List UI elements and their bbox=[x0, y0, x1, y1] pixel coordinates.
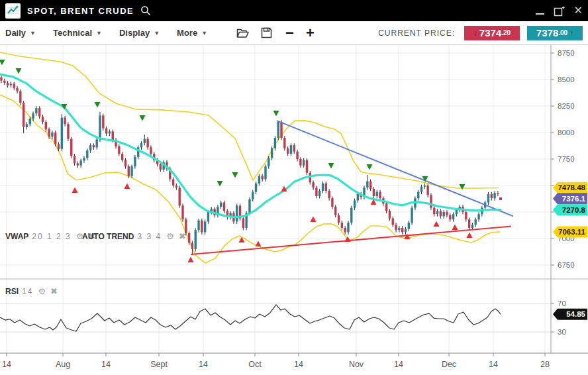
sell-signal-icon bbox=[328, 163, 334, 169]
candle bbox=[277, 122, 279, 138]
y-axis-label: 8000 bbox=[558, 129, 575, 136]
chevron-down-icon: ▼ bbox=[154, 30, 160, 36]
candle bbox=[408, 223, 410, 229]
minimize-icon[interactable] bbox=[536, 7, 544, 15]
chart-canvas[interactable]: 8750850082508000775075007250700067507030… bbox=[0, 45, 588, 375]
candle bbox=[124, 160, 126, 167]
ask-price-int: 7378 bbox=[536, 27, 558, 38]
close-icon[interactable]: ✖ bbox=[50, 286, 58, 296]
zoom-in-button[interactable]: + bbox=[306, 25, 315, 42]
candle bbox=[79, 160, 81, 165]
candle bbox=[411, 208, 413, 223]
candle bbox=[191, 242, 193, 249]
close-icon[interactable]: ✖ bbox=[179, 231, 186, 241]
candle bbox=[0, 78, 2, 81]
candle bbox=[109, 131, 111, 133]
buy-signal-icon bbox=[239, 237, 245, 242]
candle bbox=[236, 205, 238, 221]
candle bbox=[197, 221, 199, 230]
candle bbox=[121, 154, 123, 160]
candle bbox=[89, 145, 91, 150]
menu-display[interactable]: Display ▼ bbox=[119, 28, 160, 38]
x-axis-label: 14 bbox=[394, 360, 403, 369]
candle bbox=[477, 214, 479, 219]
price-axis-badge-text: 7478.48 bbox=[558, 184, 585, 191]
price-axis-badge-text: 7063.11 bbox=[558, 228, 586, 236]
candle bbox=[144, 139, 146, 143]
candle bbox=[354, 200, 356, 207]
chart-area: 8750850082508000775075007250700067507030… bbox=[0, 45, 588, 375]
candle bbox=[35, 108, 37, 113]
menu-more[interactable]: More ▼ bbox=[177, 28, 207, 38]
candle bbox=[42, 117, 44, 122]
candle bbox=[347, 223, 349, 232]
candle bbox=[452, 214, 454, 219]
x-axis-label: 14 bbox=[489, 360, 498, 369]
save-icon[interactable] bbox=[261, 27, 272, 38]
title-bar: SPOT, BRENT CRUDE ✕ bbox=[0, 0, 588, 21]
menu-daily[interactable]: Daily ▼ bbox=[5, 28, 36, 38]
sell-signal-icon bbox=[16, 68, 22, 74]
candle bbox=[315, 188, 317, 196]
candle bbox=[178, 188, 180, 205]
candle bbox=[67, 124, 69, 138]
candle bbox=[204, 221, 206, 232]
price-axis-badge-text: 7270.8 bbox=[562, 206, 586, 214]
chevron-down-icon: ▼ bbox=[201, 30, 207, 36]
candle bbox=[99, 115, 101, 139]
candle bbox=[398, 228, 400, 230]
bid-price-badge: ↓ 7374.20 bbox=[464, 26, 520, 40]
sell-signal-icon bbox=[95, 102, 101, 108]
candle bbox=[341, 223, 343, 228]
candle bbox=[405, 229, 407, 233]
candle bbox=[299, 159, 301, 166]
candle bbox=[54, 133, 56, 144]
menu-display-label: Display bbox=[119, 28, 150, 38]
vwap-params: 20 1 2 3 bbox=[32, 232, 71, 241]
candle bbox=[13, 83, 15, 87]
candle bbox=[32, 113, 34, 119]
toolbar: Daily ▼ Technical ▼ Display ▼ More ▼ bbox=[0, 21, 588, 45]
x-axis-label: 14 bbox=[2, 360, 11, 369]
trendline-resistance bbox=[277, 121, 513, 216]
gear-icon[interactable]: ⚙ bbox=[38, 286, 46, 296]
candle bbox=[468, 219, 470, 228]
candle bbox=[338, 215, 340, 223]
candle bbox=[389, 211, 391, 218]
menu-more-label: More bbox=[177, 28, 197, 38]
buy-signal-icon bbox=[452, 225, 458, 231]
candle bbox=[268, 158, 270, 166]
bid-price-int: 7374 bbox=[479, 27, 501, 38]
sell-signal-icon bbox=[273, 111, 279, 117]
candle bbox=[26, 124, 28, 127]
candle bbox=[7, 83, 9, 85]
rsi-line bbox=[0, 305, 501, 331]
candle bbox=[102, 115, 104, 128]
candle bbox=[420, 187, 422, 192]
candle bbox=[401, 228, 403, 232]
candle bbox=[446, 212, 448, 215]
candle bbox=[497, 193, 499, 194]
y-axis-label: 7750 bbox=[558, 155, 575, 163]
candle bbox=[290, 145, 292, 154]
candle bbox=[83, 158, 85, 160]
candle bbox=[328, 191, 330, 198]
open-folder-icon[interactable] bbox=[236, 28, 249, 38]
popout-icon[interactable] bbox=[554, 5, 565, 17]
gear-icon[interactable]: ⚙ bbox=[166, 231, 174, 241]
buy-signal-icon bbox=[434, 221, 440, 227]
rsi-axis-label: 30 bbox=[558, 328, 566, 336]
candle bbox=[433, 208, 435, 215]
search-icon[interactable] bbox=[140, 5, 151, 16]
candle bbox=[172, 179, 174, 186]
close-icon[interactable]: ✕ bbox=[574, 5, 583, 16]
candle bbox=[150, 147, 152, 154]
zoom-out-button[interactable]: − bbox=[285, 25, 294, 42]
candle bbox=[261, 176, 263, 180]
current-price-label: CURRENT PRICE: bbox=[378, 28, 455, 38]
candle bbox=[112, 131, 114, 140]
buy-signal-icon bbox=[188, 257, 194, 263]
x-axis-label: 14 bbox=[294, 360, 303, 369]
x-axis-label: 14 bbox=[199, 360, 208, 369]
menu-technical[interactable]: Technical ▼ bbox=[53, 28, 102, 38]
